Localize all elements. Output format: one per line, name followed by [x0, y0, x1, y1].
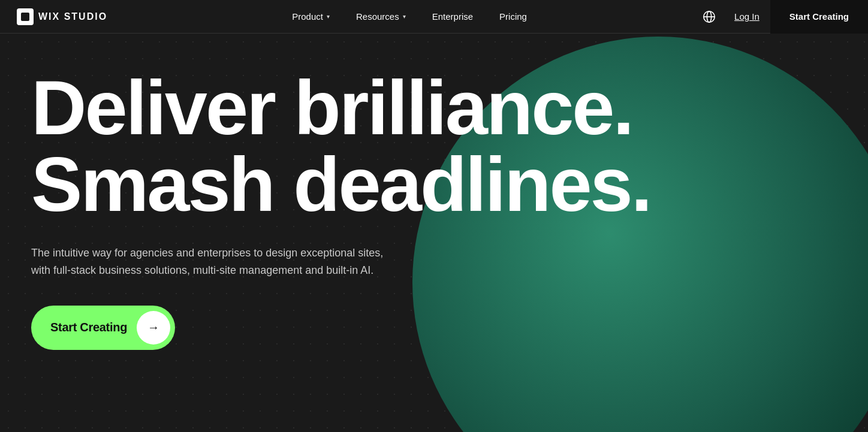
logo-text: WIX STUDIO: [38, 11, 107, 22]
hero-section: Deliver brilliance. Smash deadlines. The…: [0, 34, 868, 432]
arrow-right-icon: →: [147, 321, 159, 334]
start-creating-hero-button[interactable]: Start Creating →: [31, 306, 175, 350]
globe-icon: [703, 10, 716, 23]
nav-item-pricing[interactable]: Pricing: [486, 0, 540, 34]
nav-item-product[interactable]: Product ▾: [279, 0, 343, 34]
headline-line-2: Smash deadlines.: [31, 141, 650, 227]
main-nav: Product ▾ Resources ▾ Enterprise Pricing: [124, 0, 695, 34]
hero-headline: Deliver brilliance. Smash deadlines.: [31, 70, 837, 223]
start-creating-nav-button[interactable]: Start Creating: [770, 0, 868, 34]
hero-content: Deliver brilliance. Smash deadlines. The…: [0, 34, 868, 350]
hero-subtext: The intuitive way for agencies and enter…: [31, 244, 403, 279]
headline-line-1: Deliver brilliance.: [31, 65, 632, 150]
arrow-icon-circle: →: [137, 311, 170, 345]
language-selector-button[interactable]: [695, 0, 724, 34]
logo-icon: [17, 8, 34, 25]
chevron-down-icon: ▾: [403, 13, 406, 20]
navbar-right: Log In Start Creating: [695, 0, 868, 34]
nav-item-enterprise[interactable]: Enterprise: [419, 0, 486, 34]
start-creating-label: Start Creating: [50, 321, 127, 334]
login-button[interactable]: Log In: [724, 0, 770, 34]
navbar: WIX STUDIO Product ▾ Resources ▾ Enterpr…: [0, 0, 868, 34]
nav-item-resources[interactable]: Resources ▾: [343, 0, 419, 34]
logo[interactable]: WIX STUDIO: [0, 8, 124, 25]
chevron-down-icon: ▾: [327, 13, 330, 20]
